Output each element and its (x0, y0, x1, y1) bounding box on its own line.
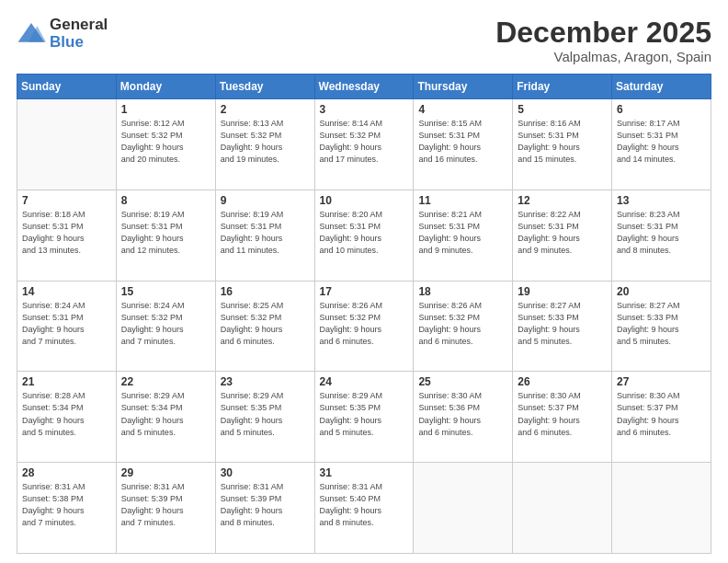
day-number: 24 (320, 375, 409, 388)
calendar-week-row: 1Sunrise: 8:12 AMSunset: 5:32 PMDaylight… (17, 99, 711, 190)
day-number: 8 (121, 194, 210, 207)
day-number: 13 (617, 194, 706, 207)
day-info: Sunrise: 8:31 AMSunset: 5:39 PMDaylight:… (121, 481, 210, 529)
calendar-cell: 26Sunrise: 8:30 AMSunset: 5:37 PMDayligh… (513, 372, 612, 463)
day-number: 7 (22, 194, 111, 207)
day-info: Sunrise: 8:24 AMSunset: 5:32 PMDaylight:… (121, 300, 210, 348)
calendar-cell: 7Sunrise: 8:18 AMSunset: 5:31 PMDaylight… (17, 190, 117, 281)
day-number: 20 (617, 285, 706, 298)
calendar-cell: 27Sunrise: 8:30 AMSunset: 5:37 PMDayligh… (612, 372, 711, 463)
calendar-cell: 5Sunrise: 8:16 AMSunset: 5:31 PMDaylight… (513, 99, 612, 190)
calendar-cell: 12Sunrise: 8:22 AMSunset: 5:31 PMDayligh… (513, 190, 612, 281)
calendar-cell: 17Sunrise: 8:26 AMSunset: 5:32 PMDayligh… (314, 281, 414, 372)
day-info: Sunrise: 8:31 AMSunset: 5:40 PMDaylight:… (320, 481, 409, 529)
day-info: Sunrise: 8:22 AMSunset: 5:31 PMDaylight:… (518, 209, 607, 257)
header: General Blue December 2025 Valpalmas, Ar… (17, 17, 711, 64)
title-block: December 2025 Valpalmas, Aragon, Spain (495, 17, 711, 64)
day-number: 25 (418, 375, 507, 388)
calendar-cell (414, 463, 513, 554)
calendar-cell: 30Sunrise: 8:31 AMSunset: 5:39 PMDayligh… (215, 463, 314, 554)
day-info: Sunrise: 8:25 AMSunset: 5:32 PMDaylight:… (221, 300, 310, 348)
calendar-cell (612, 463, 711, 554)
day-number: 16 (221, 285, 310, 298)
calendar-cell: 1Sunrise: 8:12 AMSunset: 5:32 PMDaylight… (116, 99, 215, 190)
day-info: Sunrise: 8:19 AMSunset: 5:31 PMDaylight:… (121, 209, 210, 257)
day-info: Sunrise: 8:30 AMSunset: 5:36 PMDaylight:… (418, 390, 507, 438)
calendar-table: SundayMondayTuesdayWednesdayThursdayFrid… (17, 74, 711, 554)
logo: General Blue (17, 17, 108, 51)
weekday-header-friday: Friday (513, 75, 612, 99)
day-info: Sunrise: 8:26 AMSunset: 5:32 PMDaylight:… (418, 300, 507, 348)
day-number: 4 (418, 103, 507, 116)
day-info: Sunrise: 8:21 AMSunset: 5:31 PMDaylight:… (418, 209, 507, 257)
day-number: 27 (617, 375, 706, 388)
logo-blue-text: Blue (50, 34, 108, 52)
day-info: Sunrise: 8:16 AMSunset: 5:31 PMDaylight:… (518, 118, 607, 166)
day-info: Sunrise: 8:17 AMSunset: 5:31 PMDaylight:… (617, 118, 706, 166)
day-info: Sunrise: 8:27 AMSunset: 5:33 PMDaylight:… (518, 300, 607, 348)
calendar-cell: 8Sunrise: 8:19 AMSunset: 5:31 PMDaylight… (116, 190, 215, 281)
weekday-header-saturday: Saturday (612, 75, 711, 99)
calendar-cell: 11Sunrise: 8:21 AMSunset: 5:31 PMDayligh… (414, 190, 513, 281)
calendar-cell (513, 463, 612, 554)
weekday-header-sunday: Sunday (17, 75, 117, 99)
day-info: Sunrise: 8:23 AMSunset: 5:31 PMDaylight:… (617, 209, 706, 257)
day-number: 26 (518, 375, 607, 388)
calendar-cell: 6Sunrise: 8:17 AMSunset: 5:31 PMDaylight… (612, 99, 711, 190)
day-number: 1 (121, 103, 210, 116)
calendar-cell: 23Sunrise: 8:29 AMSunset: 5:35 PMDayligh… (215, 372, 314, 463)
calendar-cell: 29Sunrise: 8:31 AMSunset: 5:39 PMDayligh… (116, 463, 215, 554)
day-number: 23 (221, 375, 310, 388)
weekday-header-thursday: Thursday (414, 75, 513, 99)
calendar-cell: 16Sunrise: 8:25 AMSunset: 5:32 PMDayligh… (215, 281, 314, 372)
day-info: Sunrise: 8:18 AMSunset: 5:31 PMDaylight:… (22, 209, 111, 257)
calendar-cell: 20Sunrise: 8:27 AMSunset: 5:33 PMDayligh… (612, 281, 711, 372)
calendar-cell: 25Sunrise: 8:30 AMSunset: 5:36 PMDayligh… (414, 372, 513, 463)
day-info: Sunrise: 8:20 AMSunset: 5:31 PMDaylight:… (320, 209, 409, 257)
calendar-cell: 28Sunrise: 8:31 AMSunset: 5:38 PMDayligh… (17, 463, 117, 554)
logo-text: General Blue (50, 17, 108, 51)
day-info: Sunrise: 8:30 AMSunset: 5:37 PMDaylight:… (518, 390, 607, 438)
day-number: 14 (22, 285, 111, 298)
calendar-cell: 24Sunrise: 8:29 AMSunset: 5:35 PMDayligh… (314, 372, 414, 463)
day-info: Sunrise: 8:29 AMSunset: 5:34 PMDaylight:… (121, 390, 210, 438)
calendar-cell: 2Sunrise: 8:13 AMSunset: 5:32 PMDaylight… (215, 99, 314, 190)
calendar-week-row: 14Sunrise: 8:24 AMSunset: 5:31 PMDayligh… (17, 281, 711, 372)
day-number: 9 (221, 194, 310, 207)
weekday-header-tuesday: Tuesday (215, 75, 314, 99)
day-info: Sunrise: 8:19 AMSunset: 5:31 PMDaylight:… (221, 209, 310, 257)
day-number: 15 (121, 285, 210, 298)
day-number: 5 (518, 103, 607, 116)
day-info: Sunrise: 8:26 AMSunset: 5:32 PMDaylight:… (320, 300, 409, 348)
day-info: Sunrise: 8:31 AMSunset: 5:39 PMDaylight:… (221, 481, 310, 529)
calendar-cell: 31Sunrise: 8:31 AMSunset: 5:40 PMDayligh… (314, 463, 414, 554)
weekday-header-monday: Monday (116, 75, 215, 99)
calendar-cell: 22Sunrise: 8:29 AMSunset: 5:34 PMDayligh… (116, 372, 215, 463)
calendar-cell: 4Sunrise: 8:15 AMSunset: 5:31 PMDaylight… (414, 99, 513, 190)
day-number: 2 (221, 103, 310, 116)
page: General Blue December 2025 Valpalmas, Ar… (0, 0, 728, 563)
day-number: 12 (518, 194, 607, 207)
day-info: Sunrise: 8:27 AMSunset: 5:33 PMDaylight:… (617, 300, 706, 348)
calendar-cell: 3Sunrise: 8:14 AMSunset: 5:32 PMDaylight… (314, 99, 414, 190)
calendar-cell: 13Sunrise: 8:23 AMSunset: 5:31 PMDayligh… (612, 190, 711, 281)
day-info: Sunrise: 8:28 AMSunset: 5:34 PMDaylight:… (22, 390, 111, 438)
calendar-cell: 14Sunrise: 8:24 AMSunset: 5:31 PMDayligh… (17, 281, 117, 372)
calendar-cell: 19Sunrise: 8:27 AMSunset: 5:33 PMDayligh… (513, 281, 612, 372)
day-number: 18 (418, 285, 507, 298)
day-number: 10 (320, 194, 409, 207)
title-month: December 2025 (495, 17, 711, 49)
day-number: 21 (22, 375, 111, 388)
day-number: 22 (121, 375, 210, 388)
weekday-header-wednesday: Wednesday (314, 75, 414, 99)
calendar-cell: 10Sunrise: 8:20 AMSunset: 5:31 PMDayligh… (314, 190, 414, 281)
logo-icon (17, 21, 46, 47)
day-number: 29 (121, 466, 210, 479)
day-number: 11 (418, 194, 507, 207)
day-number: 19 (518, 285, 607, 298)
logo-general-text: General (50, 17, 108, 34)
day-info: Sunrise: 8:12 AMSunset: 5:32 PMDaylight:… (121, 118, 210, 166)
calendar-cell: 18Sunrise: 8:26 AMSunset: 5:32 PMDayligh… (414, 281, 513, 372)
calendar-cell: 21Sunrise: 8:28 AMSunset: 5:34 PMDayligh… (17, 372, 117, 463)
weekday-header-row: SundayMondayTuesdayWednesdayThursdayFrid… (17, 75, 711, 99)
